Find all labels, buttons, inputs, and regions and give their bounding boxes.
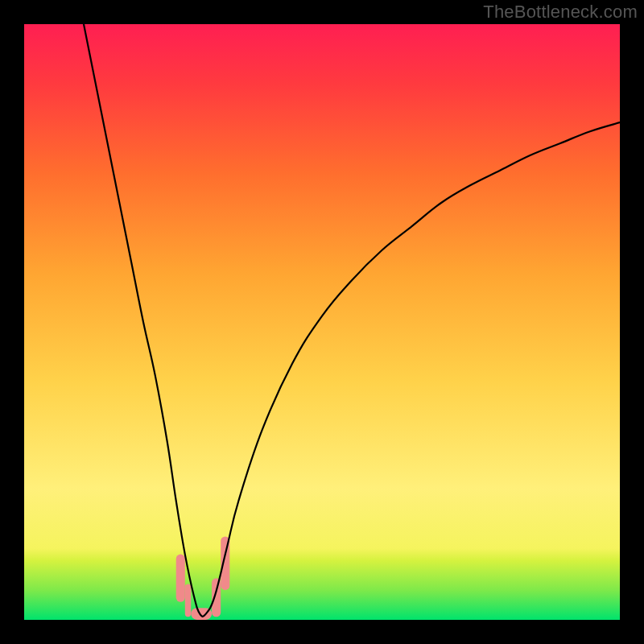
watermark-text: TheBottleneck.com bbox=[483, 2, 638, 23]
svg-rect-0 bbox=[24, 24, 620, 620]
severity-gradient-background bbox=[24, 24, 620, 620]
plot-area bbox=[24, 24, 620, 620]
chart-container: TheBottleneck.com bbox=[0, 0, 644, 644]
